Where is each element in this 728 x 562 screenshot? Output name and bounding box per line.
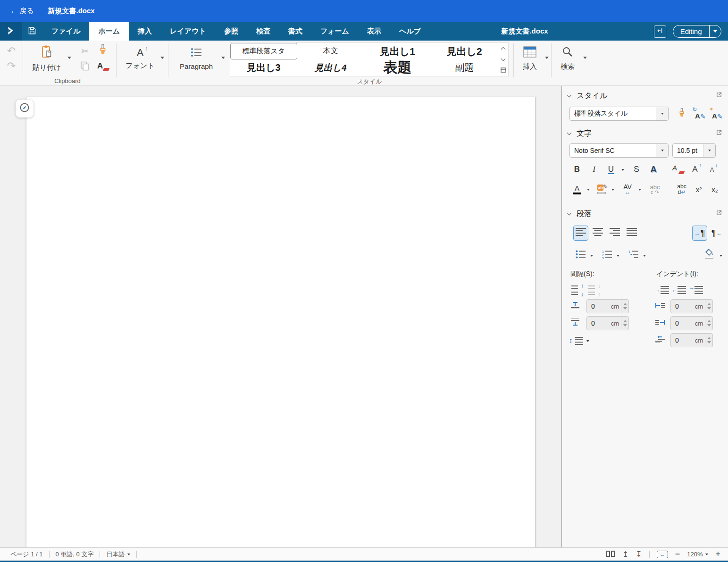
font-name-dropdown[interactable] — [656, 144, 668, 157]
gallery-scroll-up-button[interactable] — [498, 43, 508, 54]
paragraph-background-caret-icon[interactable] — [720, 255, 722, 257]
zoom-in-button[interactable]: + — [715, 549, 720, 559]
line-spacing-caret-icon[interactable] — [586, 340, 589, 342]
indent-after-value[interactable]: 0 — [671, 319, 695, 327]
tab-form[interactable]: フォーム — [311, 22, 358, 41]
font-color-button[interactable]: A — [569, 182, 585, 196]
redo-button[interactable]: ↷ — [5, 59, 18, 73]
spinner-arrows[interactable] — [621, 317, 628, 330]
multilevel-list-button[interactable]: 1 — [626, 248, 641, 262]
clone-formatting-button[interactable] — [95, 43, 110, 58]
align-justify-button[interactable] — [624, 226, 639, 241]
tab-file[interactable]: ファイル — [42, 22, 89, 41]
gallery-scroll-down-button[interactable] — [498, 54, 508, 65]
style-default[interactable]: 標準段落スタ — [230, 43, 297, 59]
navigator-compass-button[interactable] — [16, 100, 33, 117]
paragraph-dialog-button[interactable]: Paragraph — [173, 43, 220, 74]
rtl-direction-button[interactable]: ¶ ← — [709, 226, 724, 241]
editing-mode-button[interactable]: Editing — [673, 25, 721, 38]
spinner-arrows[interactable] — [621, 300, 628, 313]
zoom-level-selector[interactable]: 120% — [687, 551, 708, 558]
style-subtitle[interactable]: 副題 — [431, 59, 498, 76]
multilevel-list-caret-icon[interactable] — [643, 255, 646, 257]
font-dialog-button[interactable]: A ↑ フォント — [121, 43, 159, 74]
align-center-button[interactable] — [590, 226, 605, 241]
paragraph-popup-icon[interactable] — [716, 210, 722, 218]
styles-section-header[interactable]: スタイル — [568, 90, 722, 102]
shrink-font-button[interactable]: A ↓ — [704, 162, 720, 176]
highlight-color-button[interactable]: ab ✎ — [594, 182, 609, 196]
spinner-arrows[interactable] — [705, 317, 712, 330]
page-count[interactable]: ページ 1 / 1 — [10, 550, 43, 559]
shadow-button[interactable]: A — [646, 162, 661, 176]
tab-view[interactable]: 表示 — [358, 22, 390, 41]
increase-indent-button[interactable]: → — [654, 283, 670, 297]
style-combo-dropdown[interactable] — [656, 107, 668, 120]
underline-dropdown-caret-icon[interactable] — [621, 169, 624, 171]
underline-button[interactable]: U — [603, 162, 619, 176]
indent-before-spinner[interactable]: 0 cm — [670, 299, 713, 313]
insert-dropdown-caret-icon[interactable] — [545, 57, 549, 59]
numbered-list-button[interactable]: 123 — [600, 248, 615, 262]
decrease-paragraph-spacing-button[interactable]: ↓ ↑ — [586, 283, 602, 297]
paragraph-section-header[interactable]: 段落 — [568, 208, 722, 220]
document-canvas[interactable] — [0, 86, 561, 547]
bold-button[interactable]: B — [569, 162, 585, 176]
space-below-value[interactable]: 0 — [587, 319, 611, 327]
subscript-button[interactable]: x₂ — [707, 182, 722, 196]
indent-before-value[interactable]: 0 — [671, 302, 695, 310]
align-right-button[interactable] — [607, 226, 622, 241]
font-color-caret-icon[interactable] — [587, 189, 590, 191]
save-button[interactable] — [22, 22, 42, 41]
space-above-value[interactable]: 0 — [587, 302, 611, 310]
tab-home[interactable]: ホーム — [89, 22, 129, 41]
character-section-header[interactable]: 文字 — [568, 127, 722, 140]
gallery-expand-button[interactable] — [498, 65, 508, 76]
style-body-text[interactable]: 本文 — [297, 43, 364, 59]
spinner-arrows[interactable] — [705, 334, 712, 347]
book-view-button[interactable] — [606, 550, 615, 559]
fit-width-button[interactable]: ↔ — [657, 551, 668, 558]
bullet-list-caret-icon[interactable] — [590, 255, 593, 257]
font-size-dropdown[interactable] — [703, 144, 715, 157]
highlight-caret-icon[interactable] — [611, 189, 614, 191]
spinner-arrows[interactable] — [705, 300, 712, 313]
style-title[interactable]: 表題 — [364, 59, 431, 76]
ltr-direction-button[interactable]: → ¶ — [692, 226, 707, 241]
first-line-indent-value[interactable]: 0 — [671, 336, 695, 344]
style-heading1[interactable]: 見出し1 — [364, 43, 431, 59]
indent-after-spinner[interactable]: 0 cm — [670, 316, 713, 330]
clear-formatting-small-button[interactable]: A — [670, 162, 686, 176]
new-style-button[interactable]: ✶ A ✎ — [708, 107, 723, 121]
tab-insert[interactable]: 挿入 — [129, 22, 161, 41]
zoom-out-button[interactable]: − — [675, 549, 680, 559]
clear-formatting-button[interactable]: A — [95, 59, 110, 74]
tab-help[interactable]: ヘルプ — [390, 22, 430, 41]
font-name-combobox[interactable]: Noto Serif SC — [569, 143, 669, 158]
back-button[interactable]: ← 戻る — [10, 7, 34, 16]
style-heading2[interactable]: 見出し2 — [431, 43, 498, 59]
tab-references[interactable]: 参照 — [215, 22, 247, 41]
font-dropdown-caret-icon[interactable] — [160, 57, 164, 59]
tab-format[interactable]: 書式 — [279, 22, 311, 41]
language-selector[interactable]: 日本語 — [106, 550, 130, 559]
strikethrough-button[interactable]: S — [629, 162, 644, 176]
paragraph-style-combobox[interactable]: 標準段落スタイル — [569, 107, 669, 121]
styles-popup-icon[interactable] — [716, 92, 722, 100]
paste-dropdown-caret-icon[interactable] — [67, 57, 71, 59]
space-above-spinner[interactable]: 0 cm — [586, 299, 629, 313]
collapse-toolbar-button[interactable] — [654, 25, 666, 38]
undo-button[interactable]: ↶ — [5, 44, 18, 58]
paragraph-dropdown-caret-icon[interactable] — [221, 57, 225, 59]
style-heading3[interactable]: 見出し3 — [230, 59, 297, 76]
change-case-button[interactable]: abc c ↷ — [646, 182, 664, 196]
app-logo[interactable] — [0, 22, 22, 41]
style-heading4[interactable]: 見出し4 — [297, 59, 364, 76]
character-spacing-button[interactable]: AV ↔ — [619, 182, 636, 196]
decrease-indent-button[interactable]: ← — [671, 283, 687, 297]
hyphenation-button[interactable]: abc d↵ — [673, 182, 690, 196]
align-left-button[interactable] — [573, 226, 588, 241]
hanging-indent-button[interactable]: → — [688, 283, 704, 297]
tab-review[interactable]: 検査 — [247, 22, 279, 41]
update-style-button[interactable]: ↻ A ✎ — [691, 107, 706, 121]
